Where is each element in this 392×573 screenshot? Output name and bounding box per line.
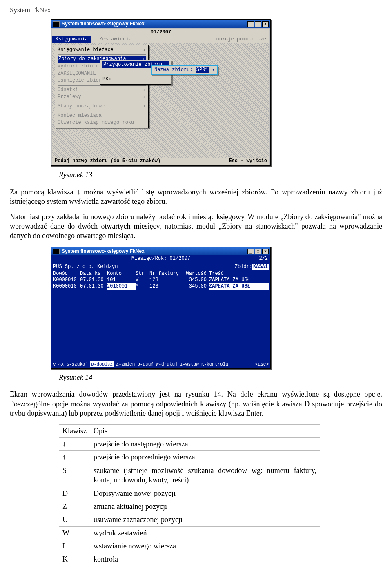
menu-item[interactable]: Stany początkowe <box>58 103 105 110</box>
period-bar: 01/2007 <box>52 29 270 36</box>
zbior-input-popup: Nazwa zbioru: SP01 ▾ <box>151 65 218 75</box>
table-row: Wwydruk zestawień <box>59 526 320 540</box>
window-title-2: System finansowo-księgowy FkNex <box>62 248 247 255</box>
table-row: ↓przejście do następnego wiersza <box>59 437 320 450</box>
minimize-icon[interactable]: _ <box>247 249 254 254</box>
th-desc: Opis <box>90 424 320 437</box>
menu-zestawienia[interactable]: Zestawienia <box>91 36 210 43</box>
menu-item[interactable]: Księgowanie bieżące <box>58 47 114 54</box>
table-row: DDopisywanie nowej pozycji <box>59 487 320 500</box>
paragraph-2: Natomiast przy zakładaniu nowego zbioru … <box>10 212 382 241</box>
header-bar-2: Miesiąc/Rok: 01/2007 2/2 <box>51 255 270 263</box>
close-icon[interactable]: × <box>262 21 269 27</box>
menu-item[interactable]: Przelewy <box>58 94 81 100</box>
table-row: Sszukanie (istnieje możliwość szukania d… <box>59 464 320 487</box>
menu-item[interactable]: Odsetki <box>58 87 78 94</box>
page-indicator: 2/2 <box>259 256 268 262</box>
close-icon[interactable]: × <box>262 249 269 254</box>
table-row[interactable]: K0000010 07.01.30 101 W 123 345.00 ZAPŁA… <box>53 277 269 283</box>
footer-opt[interactable]: ^X S-szukaj <box>58 361 88 367</box>
cmd-icon <box>53 249 60 254</box>
table-row: Zzmiana aktualnej pozycji <box>59 500 320 513</box>
minimize-icon[interactable]: _ <box>247 21 254 27</box>
menu-funkcje[interactable]: Funkcje pomocnicze <box>210 36 270 43</box>
dos-window-2: System finansowo-księgowy FkNex _ □ × Mi… <box>51 247 271 369</box>
table-header-row: Dowód Data ks. Konto Str Nr faktury Wart… <box>53 271 269 277</box>
main-menu-panel: Księgowanie bieżące› Zbiory do zaksięgow… <box>55 45 149 128</box>
keys-table: KlawiszOpis ↓przejście do następnego wie… <box>59 424 320 566</box>
footer-opt[interactable]: Z-zmień <box>116 361 135 367</box>
paragraph-1: Za pomocą klawisza ↓ można wyświetlić li… <box>10 187 382 207</box>
footer-opt-esc[interactable]: <Esc> <box>255 361 269 367</box>
table-row: Iwstawianie nowego wiersza <box>59 540 320 553</box>
table-row: Kkontrola <box>59 553 320 566</box>
figure-14: System finansowo-księgowy FkNex _ □ × Mi… <box>51 247 382 369</box>
footer-opt[interactable]: K-kontrola <box>201 361 228 367</box>
scroll-down-icon[interactable]: v <box>53 361 56 367</box>
dos-menubar: Księgowania Zestawienia Funkcje pomocnic… <box>52 36 270 43</box>
dropdown-icon[interactable]: ▾ <box>212 67 215 73</box>
status-bar: Podaj nazwę zbioru (do 5-ciu znaków) Esc… <box>52 158 270 165</box>
window-title-1: System finansowo-księgowy FkNex <box>62 21 247 27</box>
cmd-icon <box>53 21 60 27</box>
footer-opt[interactable]: U-usuń <box>137 361 154 367</box>
table-row-active[interactable]: K0000010 07.01.30 2010001 M 123 345.00 Z… <box>53 283 269 290</box>
footer-opt[interactable]: I-wstaw <box>180 361 199 367</box>
zbior-label: Zbiór: <box>235 264 252 270</box>
th-key: Klawisz <box>59 424 90 437</box>
paragraph-3: Ekran wprowadzania dowodów przedstawiony… <box>10 390 382 418</box>
doc-header: System FkNex <box>10 4 382 16</box>
dos-window-1: System finansowo-księgowy FkNex _ □ × 01… <box>51 19 271 166</box>
titlebar-2: System finansowo-księgowy FkNex _ □ × <box>51 247 270 256</box>
menu-item[interactable]: Koniec miesiąca <box>58 113 102 119</box>
footer-opt[interactable]: W-drukuj <box>156 361 178 367</box>
zbior-value[interactable]: KASA1 <box>252 264 269 270</box>
caption-14: Rysunek 14 <box>59 373 382 382</box>
period-label: Miesiąc/Rok: 01/2007 <box>131 256 190 262</box>
submenu-item[interactable]: PK <box>102 76 108 82</box>
company-name: PUS Sp. z o.o. Kwidzyn <box>53 264 235 270</box>
maximize-icon[interactable]: □ <box>255 21 261 27</box>
table-row: ↑przejście do poprzedniego wiersza <box>59 451 320 464</box>
footer-options: v ^X S-szukaj D-dopisz Z-zmień U-usuń W-… <box>53 361 269 367</box>
input-label: Nazwa zbioru: <box>154 67 193 73</box>
menu-item-dim: ZAKSIĘGOWANIE <box>58 71 96 77</box>
titlebar-1: System finansowo-księgowy FkNex _ □ × <box>51 20 270 28</box>
zbior-name-input[interactable]: SP01 <box>196 67 209 73</box>
table-row: Uusuwanie zaznaczonej pozycji <box>59 513 320 526</box>
footer-opt-active[interactable]: D-dopisz <box>90 361 114 367</box>
menu-item[interactable]: Otwarcie ksiąg nowego roku <box>58 120 134 126</box>
status-left: Podaj nazwę zbioru (do 5-ciu znaków) <box>55 158 160 165</box>
maximize-icon[interactable]: □ <box>255 249 261 254</box>
menu-item-dim: Wydruki zbioru <box>58 63 99 70</box>
figure-13: System finansowo-księgowy FkNex _ □ × 01… <box>51 19 382 166</box>
caption-13: Rysunek 13 <box>59 170 382 180</box>
menu-ksiegowania[interactable]: Księgowania <box>52 36 91 43</box>
menu-item-dim: Usunięcie zbioru <box>58 78 105 84</box>
status-right: Esc - wyjście <box>229 158 267 165</box>
